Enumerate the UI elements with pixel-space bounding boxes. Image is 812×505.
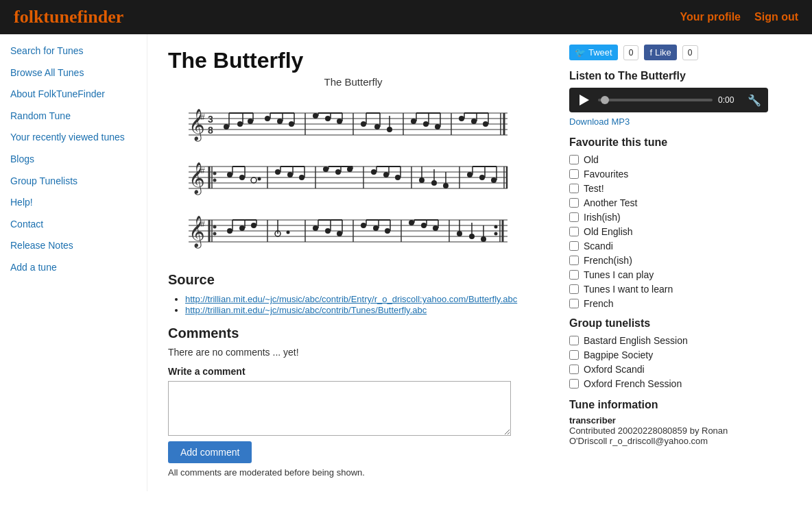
svg-point-107 bbox=[467, 172, 473, 177]
favourite-tunes-can-play-checkbox[interactable] bbox=[569, 270, 579, 280]
group-oxford-french-checkbox[interactable] bbox=[569, 379, 579, 389]
svg-point-129 bbox=[239, 225, 245, 231]
svg-point-11 bbox=[237, 121, 243, 127]
progress-bar[interactable] bbox=[598, 99, 713, 101]
favourite-old-checkbox[interactable] bbox=[569, 155, 579, 164]
svg-point-149 bbox=[373, 225, 379, 231]
your-profile-link[interactable]: Your profile bbox=[680, 11, 741, 23]
svg-point-24 bbox=[313, 113, 318, 119]
sidebar-item-contact[interactable]: Contact bbox=[10, 218, 136, 232]
play-button[interactable] bbox=[576, 92, 593, 108]
comments-title: Comments bbox=[168, 325, 538, 341]
svg-point-80 bbox=[299, 175, 304, 180]
svg-point-20 bbox=[289, 121, 294, 127]
favourite-scandi-label: Scandi bbox=[584, 241, 613, 251]
favourite-another-test-checkbox[interactable] bbox=[569, 198, 579, 208]
sidebar-item-recently-viewed[interactable]: Your recently viewed tunes bbox=[10, 131, 136, 145]
svg-point-159 bbox=[433, 225, 438, 231]
sidebar-item-release-notes[interactable]: Release Notes bbox=[10, 239, 136, 253]
svg-point-26 bbox=[325, 116, 331, 121]
svg-point-169 bbox=[494, 225, 498, 229]
like-button[interactable]: f Like bbox=[644, 45, 676, 60]
favourite-tunes-want-to-learn-checkbox[interactable] bbox=[569, 284, 579, 294]
sidebar-item-about[interactable]: About FolkTuneFinder bbox=[10, 88, 136, 101]
svg-point-70 bbox=[239, 175, 245, 180]
svg-point-66 bbox=[213, 172, 217, 175]
group-oxford-french-label: Oxford French Session bbox=[584, 378, 682, 389]
svg-point-42 bbox=[423, 121, 429, 127]
favourite-french: French bbox=[569, 298, 768, 309]
sheet-music: 𝄞 3 8 # bbox=[168, 98, 538, 258]
svg-point-147 bbox=[361, 223, 366, 228]
sidebar-item-help[interactable]: Help! bbox=[10, 196, 136, 210]
svg-point-94 bbox=[383, 172, 389, 177]
sidebar-item-blogs[interactable]: Blogs bbox=[10, 153, 136, 167]
tune-info-transcriber-label: transcriber bbox=[569, 415, 768, 426]
favourite-tunes-can-play-label: Tunes I can play bbox=[584, 269, 654, 280]
add-comment-button[interactable]: Add comment bbox=[168, 441, 252, 463]
group-bagpipe-society-label: Bagpipe Society bbox=[584, 349, 653, 360]
favourite-favourites: Favourites bbox=[569, 169, 768, 180]
tweet-label: Tweet bbox=[588, 47, 612, 58]
social-buttons: 🐦 Tweet 0 f Like 0 bbox=[569, 45, 768, 60]
sidebar-item-add-tune[interactable]: Add a tune bbox=[10, 261, 136, 275]
group-tunelists-title: Group tunelists bbox=[569, 317, 768, 330]
svg-point-50 bbox=[471, 119, 477, 124]
svg-point-13 bbox=[248, 119, 253, 124]
tweet-count: 0 bbox=[623, 45, 639, 60]
source-title: Source bbox=[168, 272, 538, 288]
svg-point-32 bbox=[361, 121, 366, 127]
svg-point-143 bbox=[337, 231, 342, 236]
sidebar-item-random[interactable]: Random Tune bbox=[10, 110, 136, 123]
favourite-favourites-checkbox[interactable] bbox=[569, 169, 579, 179]
svg-point-127 bbox=[227, 228, 232, 234]
sidebar-item-group-tunelists[interactable]: Group Tunelists bbox=[10, 175, 136, 188]
favourite-tunes-can-play: Tunes I can play bbox=[569, 269, 768, 280]
source-link-2[interactable]: http://trillian.mit.edu/~jc/music/abc/co… bbox=[185, 305, 427, 315]
tune-subtitle: The Butterfly bbox=[168, 76, 538, 88]
tweet-button[interactable]: 🐦 Tweet bbox=[569, 45, 618, 60]
favourite-irish-checkbox[interactable] bbox=[569, 212, 579, 222]
favourite-test-checkbox[interactable] bbox=[569, 184, 579, 193]
listen-title: Listen to The Butterfly bbox=[569, 70, 768, 82]
sheet-music-row-2: 𝄞 # bbox=[168, 151, 511, 203]
svg-point-155 bbox=[409, 220, 414, 225]
svg-point-111 bbox=[491, 177, 497, 183]
source-links: http://trillian.mit.edu/~jc/music/abc/co… bbox=[168, 293, 538, 315]
favourite-old-english-label: Old English bbox=[584, 226, 633, 237]
comment-textarea[interactable] bbox=[168, 381, 511, 436]
group-bastard-english-label: Bastard English Session bbox=[584, 335, 688, 346]
volume-icon: 🔧 bbox=[748, 94, 761, 107]
download-mp3-link[interactable]: Download MP3 bbox=[569, 116, 768, 127]
tune-info-transcriber-value: Contributed 20020228080859 by Ronan O'Dr… bbox=[569, 426, 768, 446]
favourite-old-english-checkbox[interactable] bbox=[569, 227, 579, 236]
svg-point-125 bbox=[213, 225, 217, 229]
group-bastard-english: Bastard English Session bbox=[569, 335, 768, 346]
favourite-french-ish-label: French(ish) bbox=[584, 255, 632, 266]
group-bastard-english-checkbox[interactable] bbox=[569, 336, 579, 345]
tune-info-table: transcriber Contributed 20020228080859 b… bbox=[569, 415, 768, 446]
favourite-another-test-label: Another Test bbox=[584, 197, 637, 208]
group-oxford-scandi: Oxford Scandi bbox=[569, 364, 768, 375]
time-display: 0:00 bbox=[718, 95, 742, 105]
svg-text:#: # bbox=[200, 112, 205, 122]
sidebar-item-browse[interactable]: Browse All Tunes bbox=[10, 66, 136, 80]
favourite-french-ish-checkbox[interactable] bbox=[569, 256, 579, 265]
svg-point-170 bbox=[494, 232, 498, 236]
favourite-scandi-checkbox[interactable] bbox=[569, 241, 579, 251]
group-oxford-scandi-checkbox[interactable] bbox=[569, 365, 579, 374]
site-logo: folktunefinder bbox=[14, 7, 123, 27]
svg-point-16 bbox=[265, 116, 270, 121]
favourite-french-checkbox[interactable] bbox=[569, 299, 579, 308]
sign-out-link[interactable]: Sign out bbox=[754, 11, 798, 23]
svg-point-40 bbox=[411, 119, 416, 124]
group-bagpipe-society-checkbox[interactable] bbox=[569, 350, 579, 360]
header-links: Your profile Sign out bbox=[680, 11, 798, 23]
group-oxford-french: Oxford French Session bbox=[569, 378, 768, 389]
favourite-french-label: French bbox=[584, 298, 614, 309]
sidebar-item-search[interactable]: Search for Tunes bbox=[10, 45, 136, 58]
sheet-music-row-3: 𝄞 # bbox=[168, 205, 511, 256]
source-link-1[interactable]: http://trillian.mit.edu/~jc/music/abc/co… bbox=[185, 294, 517, 304]
favourite-irish: Irish(ish) bbox=[569, 212, 768, 223]
no-comments-text: There are no comments ... yet! bbox=[168, 347, 538, 358]
